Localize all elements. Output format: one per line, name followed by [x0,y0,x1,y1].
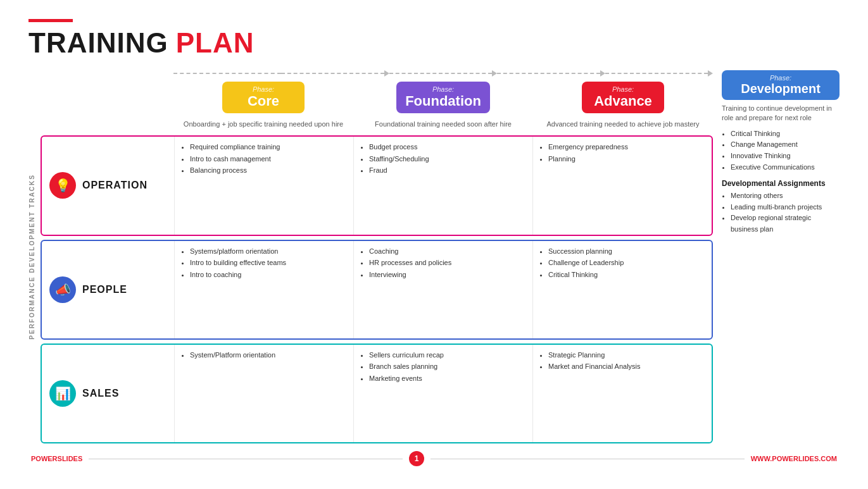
dev-description: Training to continue development in role… [722,104,840,123]
list-item: HR processes and policies [369,257,526,268]
sidebar-label: PERFORMANCE DEVELOPMENT TRACKS [28,174,35,340]
slide: TRAINING PLAN PERFORMANCE DEVELOPMENT TR… [0,0,868,489]
dev-phase-box: Phase: Development [722,70,840,100]
footer-website: WWW.POWERLIDES.COM [751,455,837,462]
sales-advance-cell: Strategic Planning Market and Financial … [533,345,712,442]
people-advance-cell: Succession planning Challenge of Leaders… [533,241,712,338]
list-item: Fraud [369,165,526,176]
connector-3 [389,70,497,77]
connector-2 [281,70,389,77]
footer: POWERSLIDES 1 WWW.POWERLIDES.COM [28,451,840,466]
list-item: Change Management [731,139,840,151]
phase-core-desc: Onboarding + job specific training neede… [173,117,353,132]
dev-title: Development [728,82,833,96]
operation-core-list: Required compliance training Intro to ca… [181,142,347,176]
list-item: Develop regional strategic business plan [731,213,840,235]
track-operation: 💡 OPERATION Required compliance training… [41,135,713,235]
list-item: Critical Thinking [731,128,840,140]
dev-subtitle: Phase: [728,74,833,82]
sales-icon: 📊 [49,380,76,407]
operation-name: OPERATION [82,180,148,191]
operation-advance-cell: Emergency preparedness Planning [533,137,712,234]
people-core-cell: Systems/platform orientation Intro to bu… [175,241,354,338]
phase-advance-desc: Advanced training needed to achieve job … [533,117,713,132]
sales-core-cell: System/Platform orientation [175,345,354,442]
list-item: Intro to cash management [190,154,347,164]
people-icon: 📣 [49,276,76,303]
title-part2: PLAN [176,27,255,59]
list-item: Coaching [369,246,526,257]
people-core-list: Systems/platform orientation Intro to bu… [181,246,347,280]
sales-advance-list: Strategic Planning Market and Financial … [539,350,705,372]
phase-advance-title: Advance [591,93,655,109]
footer-page: 1 [409,451,424,466]
footer-brand-part1: POWER [31,455,58,462]
title-part1: TRAINING [28,27,168,59]
table-area: Phase: Core Phase: Foundation Phase: Adv… [41,70,713,443]
tracks-container: 💡 OPERATION Required compliance training… [41,135,713,443]
sales-foundation-cell: Sellers curriculum recap Branch sales pl… [354,345,533,442]
list-item: Branch sales planning [369,361,526,372]
phase-advance-subtitle: Phase: [591,85,655,93]
operation-core-cell: Required compliance training Intro to ca… [175,137,354,234]
list-item: Emergency preparedness [548,142,705,152]
people-foundation-cell: Coaching HR processes and policies Inter… [354,241,533,338]
phase-core: Phase: Core [173,82,353,113]
phase-headers: Phase: Core Phase: Foundation Phase: Adv… [41,82,713,113]
phase-core-box: Phase: Core [222,82,305,113]
sales-core-list: System/Platform orientation [181,350,347,361]
track-sales: 📊 SALES System/Platform orientation Sell… [41,344,713,443]
list-item: Required compliance training [190,142,347,152]
operation-advance-list: Emergency preparedness Planning [539,142,705,164]
list-item: Sellers curriculum recap [369,350,526,361]
operation-icon: 💡 [49,172,76,199]
dev-assignments-list: Mentoring others Leading multi-branch pr… [722,190,840,235]
connector-1 [173,73,281,74]
list-item: Executive Communications [731,162,840,173]
list-item: Strategic Planning [548,350,705,361]
list-item: Critical Thinking [548,269,705,280]
list-item: Mentoring others [731,190,840,202]
list-item: Market and Financial Analysis [548,361,705,372]
dev-items-list: Critical Thinking Change Management Inno… [722,128,840,173]
list-item: Planning [548,154,705,164]
list-item: Interviewing [369,269,526,280]
people-name: PEOPLE [82,284,127,295]
track-people: 📣 PEOPLE Systems/platform orientation In… [41,240,713,340]
list-item: Budget process [369,142,526,152]
people-label-cell: 📣 PEOPLE [42,241,175,338]
sales-label-cell: 📊 SALES [42,345,175,442]
list-item: Intro to coaching [190,269,347,280]
people-advance-list: Succession planning Challenge of Leaders… [539,246,705,280]
accent-line [28,19,73,22]
list-item: Intro to building effective teams [190,257,347,268]
list-item: Innovative Thinking [731,151,840,162]
footer-line-left [89,459,403,459]
footer-brand: POWERSLIDES [31,455,82,462]
list-item: Succession planning [548,246,705,257]
connectors-row [41,70,713,77]
dev-assignments-title: Developmental Assignments [722,179,840,188]
phase-foundation-desc: Foundational training needed soon after … [353,117,533,132]
operation-label-cell: 💡 OPERATION [42,137,175,234]
main-layout: PERFORMANCE DEVELOPMENT TRACKS [28,70,840,443]
footer-line-right [431,459,745,459]
footer-brand-accent: SLIDES [58,455,83,462]
sales-name: SALES [82,388,119,399]
phase-advance-box: Phase: Advance [582,82,664,113]
list-item: Marketing events [369,373,526,384]
connector-4 [497,70,605,77]
phase-foundation-box: Phase: Foundation [396,82,490,113]
list-item: Staffing/Scheduling [369,154,526,164]
phase-foundation: Phase: Foundation [353,82,533,113]
phase-core-title: Core [231,93,296,109]
phase-foundation-title: Foundation [405,93,481,109]
operation-foundation-cell: Budget process Staffing/Scheduling Fraud [354,137,533,234]
development-column: Phase: Development Training to continue … [713,70,840,443]
phase-advance: Phase: Advance [533,82,713,113]
list-item: Leading multi-branch projects [731,202,840,213]
phase-foundation-subtitle: Phase: [405,85,481,93]
list-item: System/Platform orientation [190,350,347,361]
list-item: Challenge of Leadership [548,257,705,268]
list-item: Systems/platform orientation [190,246,347,257]
